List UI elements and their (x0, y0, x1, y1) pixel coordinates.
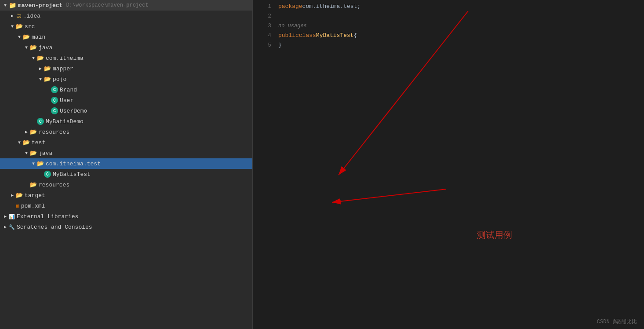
src-label: src (25, 23, 35, 30)
sidebar-item-scratches[interactable]: ▶ 🔧 Scratches and Consoles (0, 222, 252, 232)
sidebar-item-maven-project[interactable]: ▼ 📁 maven-project D:\workspace\maven-pro… (0, 0, 252, 11)
sidebar-item-pojo[interactable]: ▼ 📂 pojo (0, 74, 252, 84)
sidebar-item-src[interactable]: ▼ 📂 src (0, 21, 252, 32)
folder-icon: 📂 (16, 192, 23, 199)
com-itheima-label: com.itheima (46, 55, 84, 62)
folder-icon: 📂 (30, 128, 37, 135)
line-num-3: 3 (256, 21, 271, 31)
sidebar-item-pom[interactable]: m pom.xml (0, 201, 252, 211)
no-usages-text: no usages (278, 21, 307, 31)
line-numbers: 1 2 3 4 5 (253, 2, 275, 329)
line-num-4: 4 (256, 31, 271, 40)
sidebar-item-brand[interactable]: C Brand (0, 84, 252, 95)
scratch-icon: 🔧 (9, 224, 15, 230)
keyword-class: class (299, 31, 316, 40)
idea-label: .idea (23, 13, 40, 19)
project-label: maven-project (18, 2, 62, 9)
resources-main-label: resources (39, 129, 69, 135)
class-icon: C (51, 86, 58, 93)
annotation-text: 测试用例 (477, 229, 512, 241)
folder-blue-icon: 📂 (37, 160, 44, 167)
mybatisdemo-label: MyBatisDemo (46, 118, 84, 125)
code-line-3: no usages (278, 21, 644, 31)
line-num-2: 2 (256, 11, 271, 21)
arrow-icon: ▼ (23, 151, 30, 156)
external-libraries-label: External Libraries (17, 213, 78, 220)
arrow-icon: ▼ (16, 35, 23, 40)
class-name: MyBatisTest (316, 31, 354, 40)
code-line-5: } (278, 40, 644, 50)
scratches-label: Scratches and Consoles (17, 224, 92, 230)
target-label: target (25, 192, 45, 199)
external-lib-icon: 📊 (9, 214, 15, 219)
sidebar-item-target[interactable]: ▶ 📂 target (0, 190, 252, 201)
folder-blue-icon: 📂 (44, 65, 51, 72)
arrow-icon: ▶ (9, 193, 16, 198)
sidebar-item-userdemo[interactable]: C UserDemo (0, 106, 252, 116)
arrow-icon: ▼ (30, 56, 37, 61)
sidebar-item-resources-main[interactable]: ▶ 📂 resources (0, 127, 252, 137)
folder-green-icon: 📂 (30, 150, 37, 157)
code-line-4: public class MyBatisTest { (278, 31, 644, 40)
folder-blue-icon: 📂 (44, 76, 51, 83)
arrow-icon: ▼ (23, 45, 30, 50)
folder-blue-icon: 📂 (30, 44, 37, 51)
code-line-1: package com.itheima.test; (278, 2, 644, 11)
code-line-2 (278, 11, 644, 21)
user-label: User (60, 97, 73, 104)
arrow-icon: ▶ (2, 214, 9, 219)
sidebar-item-mybatisdemo[interactable]: C MyBatisDemo (0, 116, 252, 127)
package-name: com.itheima.test; (302, 2, 361, 11)
java-main-label: java (39, 44, 52, 51)
pom-label: pom.xml (21, 203, 45, 209)
class-icon: C (51, 97, 58, 104)
class-icon: C (44, 171, 51, 178)
sidebar-item-com-itheima-test[interactable]: ▼ 📂 com.itheima.test (0, 158, 252, 169)
sidebar-item-mapper[interactable]: ▶ 📂 mapper (0, 63, 252, 74)
brand-label: Brand (60, 87, 77, 93)
open-brace: { (354, 31, 357, 40)
keyword-public: public (278, 31, 299, 40)
folder-icon: 📂 (23, 139, 30, 146)
keyword-package: package (278, 2, 302, 11)
arrow-icon: ▶ (2, 224, 9, 230)
folder-icon: 📁 (9, 2, 16, 9)
folder-icon: 📂 (23, 33, 30, 40)
project-path: D:\workspace\maven-project (66, 2, 148, 8)
sidebar-item-test[interactable]: ▼ 📂 test (0, 137, 252, 148)
mapper-label: mapper (53, 66, 73, 72)
code-area[interactable]: package com.itheima.test; no usages publ… (275, 2, 644, 329)
java-test-label: java (39, 150, 52, 157)
sidebar-item-external-libraries[interactable]: ▶ 📊 External Libraries (0, 211, 252, 222)
sidebar-item-mybatistest[interactable]: C MyBatisTest (0, 169, 252, 179)
sidebar-item-idea[interactable]: ▶ 🗂 .idea (0, 11, 252, 21)
arrow-icon: ▼ (2, 3, 9, 8)
arrow-icon: ▼ (9, 24, 16, 29)
line-num-5: 5 (256, 40, 271, 50)
sidebar-item-java-test[interactable]: ▼ 📂 java (0, 148, 252, 158)
pojo-label: pojo (53, 76, 66, 83)
arrow-icon: ▶ (9, 13, 16, 18)
project-sidebar[interactable]: ▼ 📁 maven-project D:\workspace\maven-pro… (0, 0, 253, 329)
folder-blue-icon: 📂 (37, 55, 44, 62)
close-brace: } (278, 40, 282, 50)
arrow-icon: ▼ (30, 161, 37, 166)
sidebar-item-java-main[interactable]: ▼ 📂 java (0, 42, 252, 53)
mybatistest-label: MyBatisTest (53, 171, 91, 178)
watermark: CSDN @恶熊比比 (597, 318, 637, 325)
sidebar-item-resources-test[interactable]: 📂 resources (0, 179, 252, 190)
arrow-icon: ▼ (16, 140, 23, 145)
class-icon: C (51, 107, 58, 114)
userdemo-label: UserDemo (60, 108, 87, 114)
test-label: test (32, 139, 45, 146)
class-icon: C (37, 118, 44, 125)
arrow-icon: ▶ (23, 129, 30, 135)
resources-test-label: resources (39, 182, 69, 188)
editor-area: 1 2 3 4 5 package com.itheima.test; no u… (253, 0, 644, 329)
line-num-1: 1 (256, 2, 271, 11)
sidebar-item-main[interactable]: ▼ 📂 main (0, 32, 252, 42)
sidebar-item-user[interactable]: C User (0, 95, 252, 106)
sidebar-item-com-itheima[interactable]: ▼ 📂 com.itheima (0, 53, 252, 63)
main-label: main (32, 34, 45, 40)
arrow-icon: ▶ (37, 66, 44, 71)
